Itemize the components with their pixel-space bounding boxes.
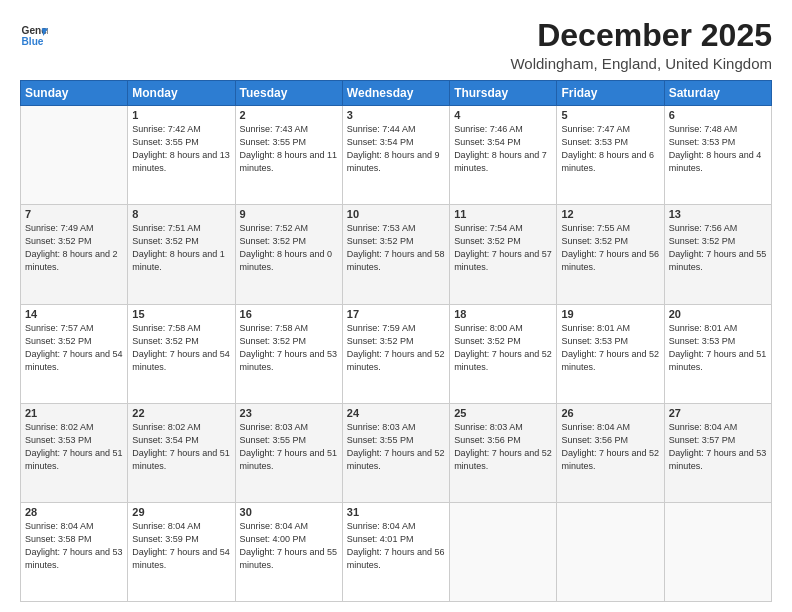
day-info: Sunrise: 8:03 AM Sunset: 3:55 PM Dayligh… xyxy=(347,421,445,473)
day-info: Sunrise: 8:04 AM Sunset: 3:57 PM Dayligh… xyxy=(669,421,767,473)
day-number: 5 xyxy=(561,109,659,121)
day-number: 6 xyxy=(669,109,767,121)
table-cell: 18Sunrise: 8:00 AM Sunset: 3:52 PM Dayli… xyxy=(450,304,557,403)
day-number: 22 xyxy=(132,407,230,419)
day-number: 15 xyxy=(132,308,230,320)
day-info: Sunrise: 7:57 AM Sunset: 3:52 PM Dayligh… xyxy=(25,322,123,374)
day-info: Sunrise: 7:54 AM Sunset: 3:52 PM Dayligh… xyxy=(454,222,552,274)
day-info: Sunrise: 7:56 AM Sunset: 3:52 PM Dayligh… xyxy=(669,222,767,274)
table-cell xyxy=(21,106,128,205)
day-number: 11 xyxy=(454,208,552,220)
day-info: Sunrise: 7:52 AM Sunset: 3:52 PM Dayligh… xyxy=(240,222,338,274)
day-number: 30 xyxy=(240,506,338,518)
table-cell: 19Sunrise: 8:01 AM Sunset: 3:53 PM Dayli… xyxy=(557,304,664,403)
table-cell: 12Sunrise: 7:55 AM Sunset: 3:52 PM Dayli… xyxy=(557,205,664,304)
day-info: Sunrise: 7:47 AM Sunset: 3:53 PM Dayligh… xyxy=(561,123,659,175)
table-cell: 26Sunrise: 8:04 AM Sunset: 3:56 PM Dayli… xyxy=(557,403,664,502)
table-cell xyxy=(450,502,557,601)
day-info: Sunrise: 7:55 AM Sunset: 3:52 PM Dayligh… xyxy=(561,222,659,274)
calendar-table: Sunday Monday Tuesday Wednesday Thursday… xyxy=(20,80,772,602)
day-number: 7 xyxy=(25,208,123,220)
calendar-week-row: 7Sunrise: 7:49 AM Sunset: 3:52 PM Daylig… xyxy=(21,205,772,304)
table-cell: 30Sunrise: 8:04 AM Sunset: 4:00 PM Dayli… xyxy=(235,502,342,601)
day-number: 12 xyxy=(561,208,659,220)
day-number: 24 xyxy=(347,407,445,419)
table-cell xyxy=(664,502,771,601)
day-number: 10 xyxy=(347,208,445,220)
page: General Blue December 2025 Woldingham, E… xyxy=(0,0,792,612)
table-cell: 11Sunrise: 7:54 AM Sunset: 3:52 PM Dayli… xyxy=(450,205,557,304)
day-number: 25 xyxy=(454,407,552,419)
day-number: 31 xyxy=(347,506,445,518)
day-number: 20 xyxy=(669,308,767,320)
day-info: Sunrise: 7:43 AM Sunset: 3:55 PM Dayligh… xyxy=(240,123,338,175)
day-info: Sunrise: 8:00 AM Sunset: 3:52 PM Dayligh… xyxy=(454,322,552,374)
table-cell: 15Sunrise: 7:58 AM Sunset: 3:52 PM Dayli… xyxy=(128,304,235,403)
table-cell: 28Sunrise: 8:04 AM Sunset: 3:58 PM Dayli… xyxy=(21,502,128,601)
logo-icon: General Blue xyxy=(20,22,48,50)
day-number: 18 xyxy=(454,308,552,320)
calendar-week-row: 14Sunrise: 7:57 AM Sunset: 3:52 PM Dayli… xyxy=(21,304,772,403)
day-number: 2 xyxy=(240,109,338,121)
table-cell: 3Sunrise: 7:44 AM Sunset: 3:54 PM Daylig… xyxy=(342,106,449,205)
day-number: 17 xyxy=(347,308,445,320)
table-cell: 22Sunrise: 8:02 AM Sunset: 3:54 PM Dayli… xyxy=(128,403,235,502)
table-cell: 29Sunrise: 8:04 AM Sunset: 3:59 PM Dayli… xyxy=(128,502,235,601)
col-wednesday: Wednesday xyxy=(342,81,449,106)
col-saturday: Saturday xyxy=(664,81,771,106)
day-info: Sunrise: 7:58 AM Sunset: 3:52 PM Dayligh… xyxy=(240,322,338,374)
table-cell: 21Sunrise: 8:02 AM Sunset: 3:53 PM Dayli… xyxy=(21,403,128,502)
table-cell: 10Sunrise: 7:53 AM Sunset: 3:52 PM Dayli… xyxy=(342,205,449,304)
table-cell: 7Sunrise: 7:49 AM Sunset: 3:52 PM Daylig… xyxy=(21,205,128,304)
table-cell: 9Sunrise: 7:52 AM Sunset: 3:52 PM Daylig… xyxy=(235,205,342,304)
day-info: Sunrise: 8:04 AM Sunset: 3:56 PM Dayligh… xyxy=(561,421,659,473)
table-cell: 2Sunrise: 7:43 AM Sunset: 3:55 PM Daylig… xyxy=(235,106,342,205)
day-info: Sunrise: 7:51 AM Sunset: 3:52 PM Dayligh… xyxy=(132,222,230,274)
day-info: Sunrise: 7:42 AM Sunset: 3:55 PM Dayligh… xyxy=(132,123,230,175)
svg-text:Blue: Blue xyxy=(22,36,44,47)
calendar-header-row: Sunday Monday Tuesday Wednesday Thursday… xyxy=(21,81,772,106)
table-cell: 14Sunrise: 7:57 AM Sunset: 3:52 PM Dayli… xyxy=(21,304,128,403)
day-number: 26 xyxy=(561,407,659,419)
day-info: Sunrise: 7:49 AM Sunset: 3:52 PM Dayligh… xyxy=(25,222,123,274)
table-cell: 4Sunrise: 7:46 AM Sunset: 3:54 PM Daylig… xyxy=(450,106,557,205)
day-number: 21 xyxy=(25,407,123,419)
day-number: 1 xyxy=(132,109,230,121)
day-number: 9 xyxy=(240,208,338,220)
table-cell: 25Sunrise: 8:03 AM Sunset: 3:56 PM Dayli… xyxy=(450,403,557,502)
main-title: December 2025 xyxy=(510,18,772,53)
table-cell: 20Sunrise: 8:01 AM Sunset: 3:53 PM Dayli… xyxy=(664,304,771,403)
day-number: 27 xyxy=(669,407,767,419)
table-cell: 6Sunrise: 7:48 AM Sunset: 3:53 PM Daylig… xyxy=(664,106,771,205)
day-info: Sunrise: 7:48 AM Sunset: 3:53 PM Dayligh… xyxy=(669,123,767,175)
day-info: Sunrise: 8:01 AM Sunset: 3:53 PM Dayligh… xyxy=(561,322,659,374)
day-info: Sunrise: 8:03 AM Sunset: 3:56 PM Dayligh… xyxy=(454,421,552,473)
calendar-week-row: 28Sunrise: 8:04 AM Sunset: 3:58 PM Dayli… xyxy=(21,502,772,601)
subtitle: Woldingham, England, United Kingdom xyxy=(510,55,772,72)
day-info: Sunrise: 8:02 AM Sunset: 3:53 PM Dayligh… xyxy=(25,421,123,473)
header: General Blue December 2025 Woldingham, E… xyxy=(20,18,772,72)
day-number: 19 xyxy=(561,308,659,320)
table-cell: 23Sunrise: 8:03 AM Sunset: 3:55 PM Dayli… xyxy=(235,403,342,502)
day-info: Sunrise: 8:04 AM Sunset: 4:01 PM Dayligh… xyxy=(347,520,445,572)
day-number: 29 xyxy=(132,506,230,518)
col-friday: Friday xyxy=(557,81,664,106)
table-cell: 16Sunrise: 7:58 AM Sunset: 3:52 PM Dayli… xyxy=(235,304,342,403)
table-cell: 13Sunrise: 7:56 AM Sunset: 3:52 PM Dayli… xyxy=(664,205,771,304)
table-cell: 24Sunrise: 8:03 AM Sunset: 3:55 PM Dayli… xyxy=(342,403,449,502)
day-info: Sunrise: 7:53 AM Sunset: 3:52 PM Dayligh… xyxy=(347,222,445,274)
calendar-week-row: 21Sunrise: 8:02 AM Sunset: 3:53 PM Dayli… xyxy=(21,403,772,502)
day-number: 8 xyxy=(132,208,230,220)
day-info: Sunrise: 8:02 AM Sunset: 3:54 PM Dayligh… xyxy=(132,421,230,473)
day-info: Sunrise: 8:04 AM Sunset: 4:00 PM Dayligh… xyxy=(240,520,338,572)
day-info: Sunrise: 8:04 AM Sunset: 3:59 PM Dayligh… xyxy=(132,520,230,572)
day-number: 13 xyxy=(669,208,767,220)
day-info: Sunrise: 7:46 AM Sunset: 3:54 PM Dayligh… xyxy=(454,123,552,175)
day-number: 16 xyxy=(240,308,338,320)
col-monday: Monday xyxy=(128,81,235,106)
table-cell: 31Sunrise: 8:04 AM Sunset: 4:01 PM Dayli… xyxy=(342,502,449,601)
day-info: Sunrise: 8:01 AM Sunset: 3:53 PM Dayligh… xyxy=(669,322,767,374)
table-cell xyxy=(557,502,664,601)
logo: General Blue xyxy=(20,22,48,50)
table-cell: 8Sunrise: 7:51 AM Sunset: 3:52 PM Daylig… xyxy=(128,205,235,304)
